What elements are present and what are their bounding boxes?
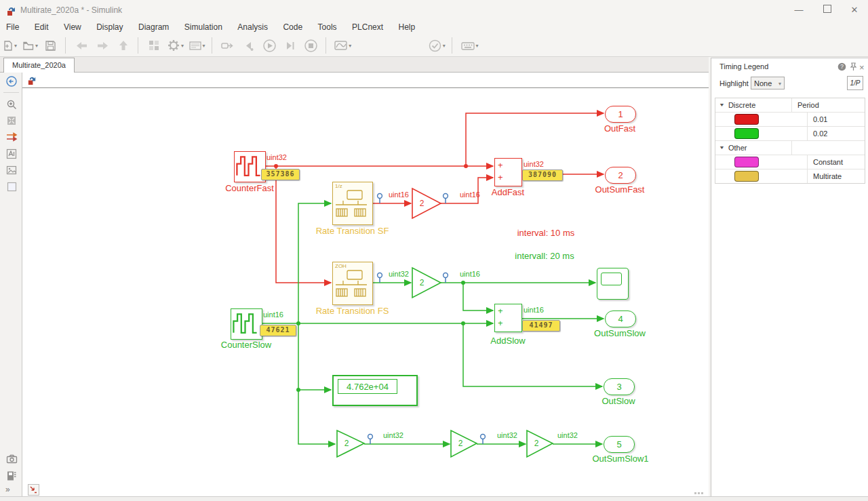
zoom-icon[interactable] (5, 98, 18, 111)
stop-button[interactable] (302, 37, 319, 54)
add-slow-block[interactable]: + + (494, 304, 522, 332)
port-number: 5 (616, 439, 621, 449)
signal-dtype-label: uint16 (524, 306, 544, 314)
highlight-label: Highlight (719, 79, 749, 87)
menu-diagram[interactable]: Diagram (132, 20, 175, 34)
annotation-icon[interactable] (5, 148, 18, 160)
counter-slow-block[interactable] (231, 308, 262, 340)
outport-out-slow[interactable]: 3 (604, 378, 635, 395)
menu-help[interactable]: Help (393, 20, 422, 34)
data-inspector-button[interactable]: ▾ (334, 37, 351, 54)
signal-line[interactable] (463, 283, 493, 310)
legend-section-other[interactable]: ▼ Other (715, 141, 865, 155)
dropdown-caret: ▾ (203, 43, 205, 49)
model-settings-button[interactable]: ▾ (167, 37, 184, 54)
keyboard-shortcuts-button[interactable]: ▾ (460, 37, 479, 54)
step-back-button[interactable] (241, 37, 257, 54)
close-button[interactable]: ✕ (844, 3, 865, 18)
new-model-button[interactable]: ▾ (1, 37, 18, 54)
close-panel-icon[interactable]: × (859, 62, 865, 73)
port-value-badge[interactable]: 41497 (522, 320, 560, 332)
add-slow-label: AddSlow (486, 336, 530, 346)
menu-tools[interactable]: Tools (312, 20, 343, 34)
resize-grip[interactable] (691, 491, 706, 496)
add-fast-block[interactable]: + + (494, 158, 522, 186)
save-button[interactable] (43, 37, 59, 54)
fast-restart-button[interactable] (220, 37, 236, 54)
tab-strip: Multirate_2020a (0, 57, 709, 73)
outport-out-sum-slow1[interactable]: 5 (604, 436, 635, 453)
menu-display[interactable]: Display (90, 20, 129, 34)
display-value-box: 4.762e+04 (338, 379, 397, 394)
menu-analysis[interactable]: Analysis (231, 20, 274, 34)
pin-icon[interactable] (850, 62, 857, 73)
signal-line[interactable] (463, 323, 602, 386)
legend-row[interactable]: Multirate (715, 169, 865, 183)
help-icon[interactable]: ? (837, 62, 846, 73)
dropdown-caret: ▾ (778, 81, 781, 87)
shape-square-icon[interactable] (5, 180, 18, 193)
counter-waveform-icon (235, 152, 262, 179)
menu-code[interactable]: Code (277, 20, 309, 34)
rate-transition-fs-block[interactable]: ZOH (332, 262, 373, 305)
svg-text:?: ? (840, 63, 844, 70)
highlight-dropdown[interactable]: None ▾ (751, 77, 785, 89)
scope-block[interactable] (597, 268, 629, 300)
signal-dtype-label: uint32 (497, 431, 517, 439)
step-forward-button[interactable] (282, 37, 298, 54)
maximize-button[interactable] (817, 3, 837, 18)
display-block[interactable]: 4.762e+04 (332, 375, 418, 406)
tab-multirate-2020a[interactable]: Multirate_2020a (3, 58, 75, 73)
model-browser-toggle-button[interactable] (28, 484, 39, 496)
model-config-button[interactable]: ▾ (189, 37, 205, 54)
back-navigation-button[interactable] (5, 75, 18, 87)
signal-routing-icon[interactable] (5, 131, 18, 143)
fit-to-view-icon[interactable] (5, 115, 18, 127)
outport-out-fast[interactable]: 1 (605, 106, 636, 123)
model-canvas[interactable]: CounterFast uint32 357386 1/z Rate Trans… (22, 88, 709, 496)
run-button[interactable] (261, 37, 277, 54)
port-value-badge[interactable]: 357386 (261, 169, 300, 180)
rate-transition-sf-block[interactable]: 1/z (332, 182, 373, 225)
menu-file[interactable]: File (0, 20, 25, 34)
legend-row[interactable]: Constant (715, 155, 865, 169)
legend-row[interactable]: 0.01 (715, 113, 865, 127)
chevron-down-icon: ▼ (719, 102, 725, 108)
port-number: 2 (618, 170, 623, 180)
signal-line[interactable] (298, 323, 335, 444)
menu-plcnext[interactable]: PLCnext (346, 20, 389, 34)
image-icon[interactable] (5, 164, 18, 176)
show-rates-button[interactable]: 1/P (847, 76, 863, 90)
rate-transition-sf-label: Rate Transition SF (313, 226, 391, 236)
menu-edit[interactable]: Edit (28, 20, 55, 34)
outport-out-sum-slow[interactable]: 4 (605, 310, 636, 327)
legend-section-discrete[interactable]: ▼ Discrete Period (715, 98, 865, 113)
port-value-badge[interactable]: 387090 (522, 169, 563, 181)
branch-point (296, 321, 300, 325)
model-advisor-button[interactable]: ▾ (428, 37, 446, 54)
menu-simulation[interactable]: Simulation (178, 20, 229, 34)
open-button[interactable]: ▾ (22, 37, 38, 54)
up-button[interactable] (115, 37, 132, 54)
port-number: 1 (618, 109, 623, 119)
menu-view[interactable]: View (58, 20, 87, 34)
port-value-badge[interactable]: 47621 (260, 325, 296, 336)
legend-row[interactable]: 0.02 (715, 127, 865, 141)
minimize-button[interactable]: — (789, 3, 809, 18)
annotation-fast[interactable]: interval: 10 ms (488, 228, 604, 238)
outport-out-sum-fast[interactable]: 2 (605, 167, 636, 184)
signal-line[interactable] (276, 166, 331, 283)
dropdown-caret: ▾ (476, 43, 479, 49)
library-browser-button[interactable] (146, 37, 163, 54)
annotation-slow[interactable]: intervall: 20 ms (487, 251, 602, 261)
forward-button[interactable] (94, 37, 111, 54)
signal-line[interactable] (466, 113, 604, 166)
back-button[interactable] (74, 37, 90, 54)
period-value: Multirate (808, 172, 865, 180)
dropdown-caret: ▾ (443, 43, 446, 49)
signal-dtype-label: uint32 (524, 160, 544, 168)
model-browser-icon[interactable] (5, 470, 18, 482)
camera-icon[interactable] (5, 453, 18, 465)
expand-palette-button[interactable]: » (5, 485, 10, 494)
sum-plus-sign: + (498, 161, 503, 169)
